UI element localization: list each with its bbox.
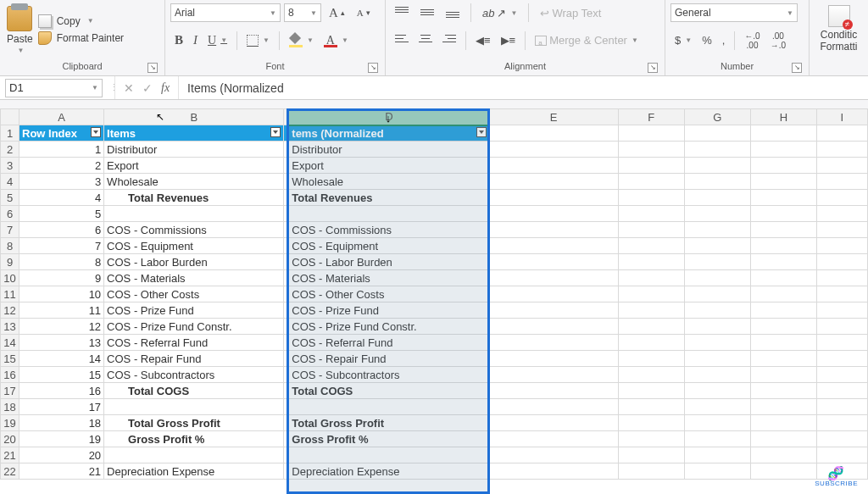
cell[interactable]	[684, 463, 750, 480]
cell[interactable]: Export	[289, 158, 489, 174]
font-launcher[interactable]	[368, 63, 378, 73]
cancel-entry-button[interactable]: ✕	[124, 81, 134, 95]
row-header[interactable]: 22	[1, 463, 19, 480]
cell[interactable]	[684, 238, 750, 254]
cell[interactable]: 13	[19, 335, 104, 351]
cell[interactable]	[618, 190, 684, 206]
row-header[interactable]: 21	[1, 447, 19, 463]
borders-button[interactable]: ▼	[242, 33, 274, 48]
cell[interactable]: 17	[19, 399, 104, 415]
cell[interactable]: 18	[19, 415, 104, 431]
row-header[interactable]: 7	[1, 222, 19, 238]
cell[interactable]	[684, 142, 750, 158]
cell[interactable]: Distributor	[289, 142, 489, 158]
cell[interactable]	[816, 222, 867, 238]
cell[interactable]: COS - Prize Fund	[289, 303, 489, 319]
cell[interactable]	[489, 254, 618, 270]
cell[interactable]	[816, 399, 867, 415]
cell[interactable]	[816, 190, 867, 206]
cell[interactable]	[104, 399, 284, 415]
cell[interactable]	[816, 447, 867, 463]
cell[interactable]: 6	[19, 222, 104, 238]
cell[interactable]	[816, 335, 867, 351]
cell[interactable]	[618, 125, 684, 142]
cell[interactable]	[684, 270, 750, 286]
cell[interactable]	[618, 367, 684, 383]
worksheet[interactable]: ↖ A B D E F G H I 1Row IndexItemstems (N…	[0, 108, 868, 494]
row-header[interactable]: 4	[1, 174, 19, 190]
font-name-combo[interactable]: Arial▼	[170, 3, 281, 22]
cell[interactable]: COS - Other Costs	[289, 286, 489, 303]
italic-button[interactable]: I	[189, 31, 202, 49]
cell[interactable]	[618, 222, 684, 238]
col-header-E[interactable]: E	[489, 109, 618, 125]
font-size-combo[interactable]: 8▼	[284, 3, 321, 22]
cell[interactable]: 9	[19, 270, 104, 286]
header-cell-row-index[interactable]: Row Index	[19, 125, 104, 142]
cell[interactable]	[816, 383, 867, 399]
cell[interactable]	[684, 303, 750, 319]
cell[interactable]: 15	[19, 367, 104, 383]
cell[interactable]: COS - Labor Burden	[289, 254, 489, 270]
cell[interactable]	[618, 415, 684, 431]
cell[interactable]: COS - Prize Fund	[104, 303, 284, 319]
cell[interactable]	[750, 335, 816, 351]
row-header[interactable]: 6	[1, 206, 19, 222]
cell[interactable]	[684, 174, 750, 190]
cell[interactable]: 21	[19, 463, 104, 480]
cell[interactable]	[489, 142, 618, 158]
decrease-indent-button[interactable]: ◀≡	[471, 32, 495, 48]
cell[interactable]	[618, 142, 684, 158]
cell[interactable]	[618, 270, 684, 286]
align-center-button[interactable]	[415, 33, 437, 48]
cell[interactable]	[750, 125, 816, 142]
cell[interactable]	[816, 319, 867, 335]
cell[interactable]	[684, 431, 750, 447]
cell[interactable]: COS - Other Costs	[104, 286, 284, 303]
decrease-decimal-button[interactable]: .00→.0	[766, 30, 790, 52]
row-header[interactable]: 18	[1, 399, 19, 415]
cell[interactable]	[750, 463, 816, 480]
col-header-B[interactable]: B	[104, 109, 284, 125]
cell[interactable]	[618, 399, 684, 415]
cell[interactable]: 2	[19, 158, 104, 174]
bold-button[interactable]: B	[170, 31, 187, 49]
row-header[interactable]: 20	[1, 431, 19, 447]
cell[interactable]	[618, 383, 684, 399]
cell[interactable]	[489, 463, 618, 480]
fill-color-button[interactable]: ▼	[285, 32, 318, 49]
cell[interactable]	[684, 447, 750, 463]
col-header-I[interactable]: I	[816, 109, 867, 125]
cell[interactable]	[750, 286, 816, 303]
cell[interactable]: Total Gross Profit	[289, 415, 489, 431]
cell[interactable]	[750, 319, 816, 335]
copy-button[interactable]: Copy ▼	[38, 14, 124, 28]
merge-center-button[interactable]: a Merge & Center▼	[531, 32, 643, 48]
cell[interactable]	[489, 415, 618, 431]
row-header[interactable]: 17	[1, 383, 19, 399]
cell[interactable]	[684, 319, 750, 335]
cell[interactable]: Total COGS	[104, 383, 284, 399]
cell[interactable]	[750, 431, 816, 447]
format-painter-button[interactable]: Format Painter	[38, 31, 124, 45]
cell[interactable]	[750, 399, 816, 415]
cell[interactable]	[816, 254, 867, 270]
cell[interactable]: COS - Equipment	[104, 238, 284, 254]
font-color-button[interactable]: A▼	[320, 32, 353, 49]
cell[interactable]	[816, 303, 867, 319]
cell[interactable]	[489, 206, 618, 222]
cell[interactable]	[618, 238, 684, 254]
cell[interactable]	[618, 431, 684, 447]
cell[interactable]: 20	[19, 447, 104, 463]
cell[interactable]	[816, 238, 867, 254]
increase-decimal-button[interactable]: ←.0.00	[740, 30, 764, 52]
insert-function-button[interactable]: fx	[161, 81, 170, 95]
decrease-font-button[interactable]: A▾	[353, 6, 375, 19]
cell[interactable]	[816, 270, 867, 286]
orientation-button[interactable]: ab↗▼	[478, 5, 521, 21]
row-header[interactable]: 10	[1, 270, 19, 286]
cell[interactable]	[618, 335, 684, 351]
cell[interactable]	[684, 158, 750, 174]
cell[interactable]	[750, 254, 816, 270]
cell[interactable]: 12	[19, 319, 104, 335]
